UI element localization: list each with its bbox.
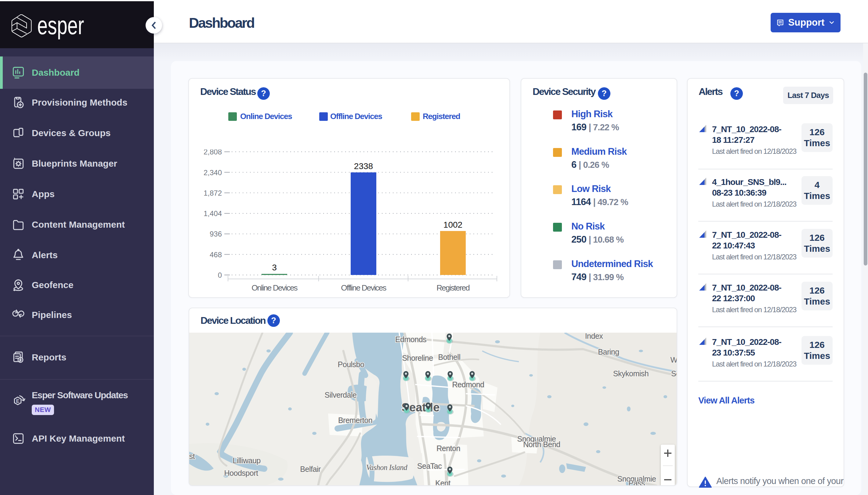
svg-text:468: 468 <box>210 251 222 259</box>
svg-text:2,808: 2,808 <box>204 150 222 156</box>
svg-text:Pass: Pass <box>628 479 645 486</box>
svg-text:Registered: Registered <box>437 283 470 292</box>
svg-text:North Bend: North Bend <box>523 440 560 449</box>
svg-text:Shoreline: Shoreline <box>402 354 433 362</box>
svg-text:SeaTac: SeaTac <box>417 462 442 470</box>
svg-text:st: st <box>189 452 195 461</box>
svg-text:Belfair: Belfair <box>300 465 321 473</box>
svg-text:Skykomish: Skykomish <box>613 369 649 378</box>
svg-text:936: 936 <box>210 230 222 238</box>
svg-text:Bothell: Bothell <box>438 353 461 361</box>
svg-text:Edmonds: Edmonds <box>395 335 426 344</box>
svg-text:3: 3 <box>272 263 277 272</box>
svg-text:Bremerton: Bremerton <box>338 416 372 425</box>
svg-text:Index: Index <box>585 332 603 340</box>
svg-text:1,872: 1,872 <box>204 189 222 197</box>
svg-text:1,404: 1,404 <box>204 209 222 218</box>
svg-text:E: E <box>16 398 19 404</box>
svg-text:Online Devices: Online Devices <box>252 283 297 292</box>
svg-text:2,340: 2,340 <box>204 169 222 177</box>
svg-text:Silverdale: Silverdale <box>325 391 357 399</box>
svg-text:Kent: Kent <box>435 479 450 486</box>
svg-text:0: 0 <box>218 271 222 279</box>
svg-text:2338: 2338 <box>354 161 373 171</box>
svg-text:1002: 1002 <box>443 220 462 229</box>
svg-text:Poulsbo: Poulsbo <box>338 360 364 369</box>
svg-text:Lilliwaup: Lilliwaup <box>233 456 260 465</box>
svg-text:Redmond: Redmond <box>452 380 484 389</box>
svg-text:Baring: Baring <box>598 347 619 356</box>
svg-text:W: W <box>670 356 677 364</box>
svg-text:Renton: Renton <box>437 444 460 453</box>
svg-text:Sc: Sc <box>671 369 677 378</box>
svg-text:Offline Devices: Offline Devices <box>341 283 386 292</box>
svg-text:Vashon Island: Vashon Island <box>366 463 407 472</box>
svg-text:Hoodsport: Hoodsport <box>224 469 258 477</box>
